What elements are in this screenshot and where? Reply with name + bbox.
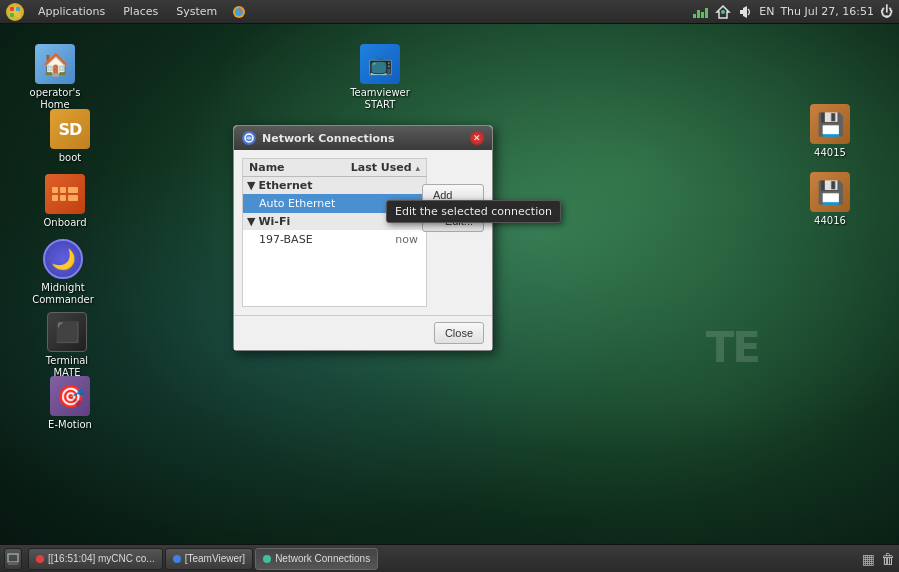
sysmon-icon bbox=[693, 4, 709, 20]
svg-rect-15 bbox=[60, 187, 66, 193]
disk-icon-img: 💾 bbox=[810, 104, 850, 144]
conn-name: 197-BASE bbox=[259, 233, 395, 246]
icon-label: Onboard bbox=[34, 217, 96, 229]
dialog-close-button[interactable]: ✕ bbox=[470, 131, 484, 145]
volume-icon[interactable] bbox=[737, 4, 753, 20]
lastused-column-header: Last Used ▴ bbox=[351, 161, 420, 174]
dialog-title-icon bbox=[242, 131, 256, 145]
add-button[interactable]: Add bbox=[422, 184, 484, 206]
name-column-header: Name bbox=[249, 161, 285, 174]
show-desktop-button[interactable] bbox=[4, 548, 22, 570]
edit-button[interactable]: ✏ Edit... bbox=[422, 210, 484, 232]
network-task-label: Network Connections bbox=[275, 553, 370, 564]
firefox-icon[interactable] bbox=[231, 4, 247, 20]
ethernet-arrow-icon: ▼ bbox=[247, 179, 255, 192]
panel-left: Applications Places System bbox=[6, 3, 693, 21]
svg-rect-18 bbox=[68, 195, 78, 201]
teamviewer-icon-img: 📺 bbox=[360, 44, 400, 84]
icon-midnight-commander[interactable]: 🌙 Midnight Commander bbox=[28, 235, 98, 310]
icon-teamviewer[interactable]: 📺 Teamviewer START bbox=[345, 40, 415, 115]
svg-point-10 bbox=[721, 10, 725, 14]
top-panel: Applications Places System bbox=[0, 0, 899, 24]
taskbar-right: ▦ 🗑 bbox=[862, 551, 895, 567]
icon-disk-44016[interactable]: 💾 44016 bbox=[795, 168, 865, 231]
svg-rect-8 bbox=[701, 12, 704, 18]
icon-disk-44015[interactable]: 💾 44015 bbox=[795, 100, 865, 163]
mc-icon-img: 🌙 bbox=[43, 239, 83, 279]
icon-onboard[interactable]: Onboard bbox=[30, 170, 100, 233]
table-header: Name Last Used ▴ bbox=[242, 158, 427, 177]
svg-rect-20 bbox=[8, 554, 18, 562]
svg-rect-17 bbox=[68, 187, 78, 193]
connection-list: ▼ Ethernet Auto Ethernet never ▼ Wi-Fi 1… bbox=[242, 177, 427, 307]
teamviewer-status-dot bbox=[173, 555, 181, 563]
svg-rect-6 bbox=[693, 14, 696, 18]
network-connections-dialog[interactable]: Network Connections ✕ Name Last Used ▴ bbox=[233, 125, 493, 351]
svg-rect-7 bbox=[697, 10, 700, 18]
ethernet-group: ▼ Ethernet bbox=[243, 177, 426, 194]
svg-rect-3 bbox=[16, 13, 20, 17]
dialog-body: Name Last Used ▴ ▼ Ethernet Auto Etherne… bbox=[234, 150, 492, 315]
wifi-arrow-icon: ▼ bbox=[247, 215, 255, 228]
terminal-icon-img: ⬛ bbox=[47, 312, 87, 352]
icon-operators-home[interactable]: 🏠 operator's Home bbox=[20, 40, 90, 115]
svg-rect-0 bbox=[10, 7, 14, 11]
svg-rect-11 bbox=[740, 10, 743, 14]
panel-right: EN Thu Jul 27, 16:51 ⏻ bbox=[693, 4, 893, 20]
power-icon[interactable]: ⏻ bbox=[880, 4, 893, 19]
terminal-status-dot bbox=[36, 555, 44, 563]
svg-rect-2 bbox=[10, 13, 14, 17]
svg-rect-16 bbox=[60, 195, 66, 201]
conn-lastused: now bbox=[395, 233, 418, 246]
network-status-dot bbox=[263, 555, 271, 563]
boot-icon-img: SD bbox=[50, 109, 90, 149]
onboard-icon-img bbox=[45, 174, 85, 214]
icon-label: 44016 bbox=[799, 215, 861, 227]
locale-label: EN bbox=[759, 5, 774, 18]
trash-icon[interactable]: 🗑 bbox=[881, 551, 895, 567]
system-menu[interactable]: System bbox=[172, 3, 221, 20]
applications-menu[interactable]: Applications bbox=[34, 3, 109, 20]
right-buttons: Add ✏ Edit... bbox=[422, 184, 484, 232]
disk-icon-img: 💾 bbox=[810, 172, 850, 212]
sort-arrow-icon: ▴ bbox=[415, 163, 420, 173]
auto-ethernet-row[interactable]: Auto Ethernet never bbox=[243, 194, 426, 213]
apps-icon bbox=[6, 3, 24, 21]
teamviewer-taskbar-item[interactable]: [TeamViewer] bbox=[165, 548, 253, 570]
terminal-task-label: [[16:51:04] myCNC co... bbox=[48, 553, 155, 564]
wifi-group: ▼ Wi-Fi bbox=[243, 213, 426, 230]
icon-e-motion[interactable]: 🎯 E-Motion bbox=[35, 372, 105, 435]
icon-label: 44015 bbox=[799, 147, 861, 159]
desktop: Applications Places System bbox=[0, 0, 899, 572]
network-icon[interactable] bbox=[715, 4, 731, 20]
show-desktop-icon[interactable]: ▦ bbox=[862, 551, 875, 567]
icon-label: boot bbox=[39, 152, 101, 164]
svg-rect-14 bbox=[52, 195, 58, 201]
teamviewer-watermark: TE bbox=[706, 323, 759, 372]
conn-name: Auto Ethernet bbox=[259, 197, 386, 210]
home-icon-img: 🏠 bbox=[35, 44, 75, 84]
dialog-titlebar: Network Connections ✕ bbox=[234, 126, 492, 150]
taskbar-left: [[16:51:04] myCNC co... [TeamViewer] Net… bbox=[4, 548, 378, 570]
icon-boot[interactable]: SD boot bbox=[35, 105, 105, 168]
emotion-icon-img: 🎯 bbox=[50, 376, 90, 416]
icon-label: E-Motion bbox=[39, 419, 101, 431]
svg-rect-1 bbox=[16, 7, 20, 11]
dialog-title: Network Connections bbox=[242, 131, 394, 145]
clock: Thu Jul 27, 16:51 bbox=[780, 5, 874, 18]
taskbar: [[16:51:04] myCNC co... [TeamViewer] Net… bbox=[0, 544, 899, 572]
conn-lastused: never bbox=[386, 197, 418, 210]
edit-pencil-icon: ✏ bbox=[433, 216, 441, 227]
svg-rect-13 bbox=[52, 187, 58, 193]
terminal-taskbar-item[interactable]: [[16:51:04] myCNC co... bbox=[28, 548, 163, 570]
network-taskbar-item[interactable]: Network Connections bbox=[255, 548, 378, 570]
svg-rect-21 bbox=[8, 562, 18, 565]
dialog-overlay: Network Connections ✕ Name Last Used ▴ bbox=[0, 0, 899, 572]
svg-marker-12 bbox=[743, 6, 747, 18]
close-button[interactable]: Close bbox=[434, 322, 484, 344]
icon-label: Teamviewer START bbox=[349, 87, 411, 111]
teamviewer-task-label: [TeamViewer] bbox=[185, 553, 245, 564]
places-menu[interactable]: Places bbox=[119, 3, 162, 20]
svg-rect-9 bbox=[705, 8, 708, 18]
197-base-row[interactable]: 197-BASE now bbox=[243, 230, 426, 249]
